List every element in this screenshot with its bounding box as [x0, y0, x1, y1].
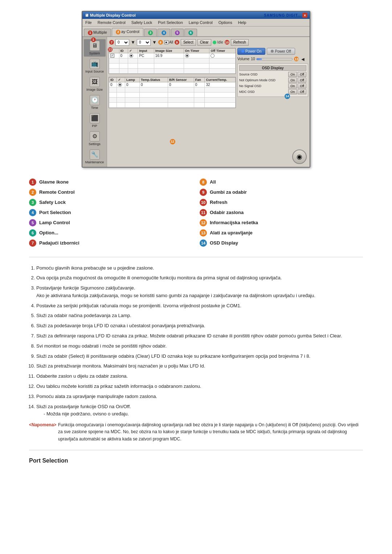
menu-options[interactable]: Options	[216, 20, 235, 25]
cell-off-timer	[209, 53, 236, 58]
legend-item-11: 11 Odabir zaslona	[200, 209, 363, 216]
idle-label: Idle	[217, 40, 223, 44]
instruction-7: Služi za definiranje raspona LFD ID ozna…	[36, 332, 363, 340]
osd-source-off[interactable]: Off	[298, 72, 306, 77]
all-label: All	[169, 40, 173, 44]
legend-badge-3: 3	[29, 199, 36, 206]
input-source-icon: 📺	[90, 59, 100, 69]
app-title: Multiple Display Control	[90, 13, 136, 17]
menu-remote-control[interactable]: Remote Control	[95, 20, 128, 25]
power-row: Power On Power Off	[237, 48, 308, 55]
power-on-dot	[241, 50, 244, 53]
instruction-2: Ova opcija pruža mogućnost da omogućite …	[36, 274, 363, 282]
tab-4[interactable]: 4	[158, 29, 170, 36]
legend-text-2: Remote Control	[39, 189, 75, 195]
sidebar-item-time[interactable]: 🕐 Time	[84, 94, 106, 111]
badge11: 11	[108, 47, 113, 52]
legend-badge-10: 10	[200, 199, 207, 206]
lower-table: ID ✓ Lamp Temp.Status B/R Sensor Fan Cur…	[109, 77, 236, 108]
cell-input: PC	[138, 53, 154, 58]
osd-mdc-on[interactable]: On	[288, 89, 297, 94]
tab-multiple[interactable]: 1Multiple	[84, 29, 111, 36]
cell-cb2[interactable]	[128, 53, 138, 58]
cell-cb1[interactable]: ✓	[109, 53, 119, 58]
legend-item-12: 12 Informacijska rešetka	[200, 219, 363, 226]
power-off-button[interactable]: Power Off	[267, 48, 295, 55]
osd-source-on[interactable]: On	[288, 72, 297, 77]
divider1	[29, 257, 363, 257]
sidebar-item-settings[interactable]: ⚙ Settings	[84, 130, 106, 147]
legend-item-14: 14 OSD Display	[200, 239, 363, 247]
osd-panel: OSD Display Source OSD On Off Not O	[237, 63, 308, 97]
clear-button[interactable]: Clear	[197, 39, 211, 46]
settings-icon: ⚙	[90, 131, 100, 141]
toolbar-select2[interactable]: 0	[137, 39, 151, 46]
osd-not-optimum-off[interactable]: Off	[298, 78, 306, 83]
osd-no-signal-on[interactable]: On	[288, 83, 297, 89]
sidebar-label-maintenance: Maintenance	[85, 160, 104, 164]
off-timer-icon	[211, 54, 215, 58]
legend-item-6: 6 Option...	[29, 229, 192, 237]
menu-file[interactable]: File	[82, 20, 95, 25]
toolbar: 7 0 ▼ 0 ▼ 8 ■ All 9 Select Clear Idle	[109, 38, 308, 46]
menu-lamp-control[interactable]: Lamp Control	[186, 20, 216, 25]
app-icon: 🖥	[85, 13, 89, 17]
all-checkbox[interactable]: ■ All	[164, 40, 173, 44]
toolbar-badge8: 8	[158, 40, 163, 45]
legend-text-6: Option...	[39, 230, 58, 235]
menu-help[interactable]: Help	[235, 20, 249, 25]
osd-mdc-off[interactable]: Off	[298, 89, 306, 94]
cell-image-size: 16:9	[154, 53, 184, 58]
lower-row-empty3	[109, 97, 236, 102]
instruction-5: Služi za odabir načina podešavanja za La…	[36, 312, 363, 320]
col-id: ID	[119, 48, 128, 53]
lower-cell-cb[interactable]	[117, 82, 125, 87]
volume-slider[interactable]	[256, 58, 293, 60]
toolbar-select1[interactable]: 0	[115, 39, 129, 46]
instruction-14: Služi za postavljanje funkcije OSD na On…	[36, 403, 363, 418]
bottom-controls: ◉	[109, 148, 308, 165]
toolbar-badge7: 7	[109, 40, 114, 45]
lower-table-container: ID ✓ Lamp Temp.Status B/R Sensor Fan Cur…	[109, 77, 236, 108]
lower-table-row: 0 0 0 0 0 32	[109, 82, 236, 87]
legend-badge-4: 4	[29, 209, 36, 216]
sidebar-item-image-size[interactable]: 🖼 Image Size	[84, 75, 106, 93]
legend-col1: 1 Glavne ikone 2 Remote Control 3 Safety…	[29, 178, 192, 250]
sidebar-item-pip[interactable]: ⬛ PIP	[84, 112, 106, 129]
tab-6[interactable]: 6	[184, 29, 197, 36]
legend-badge-9: 9	[200, 189, 207, 196]
power-on-label: Power On	[245, 49, 261, 53]
instruction-12: Ovu tablicu možete koristiti za prikaz s…	[36, 383, 363, 390]
osd-not-optimum-on[interactable]: On	[288, 78, 297, 83]
tab-5[interactable]: 5	[171, 29, 184, 36]
osd-mdc-label: MDC OSD	[239, 90, 255, 94]
legend-item-3: 3 Safety Lock	[29, 199, 192, 206]
osd-no-signal-off[interactable]: Off	[298, 83, 306, 89]
legend-text-1: Glavne ikone	[39, 179, 69, 185]
col-temp-status: Temp.Status	[140, 77, 168, 82]
legend-text-10: Refresh	[210, 200, 227, 205]
sidebar-item-input-source[interactable]: 📺 Input Source	[84, 57, 106, 75]
circle-button[interactable]: ◉	[292, 149, 307, 164]
sidebar-item-maintenance[interactable]: 🔧 Maintenance	[84, 148, 106, 165]
refresh-button[interactable]: Refresh	[231, 39, 249, 46]
sidebar: 1 🖥 System 📺 Input Source 🖼 Image Size 🕐…	[82, 37, 107, 167]
menu-port-selection[interactable]: Port Selection	[155, 20, 185, 25]
select-button[interactable]: Select	[181, 39, 196, 46]
osd-not-optimum-label: Not Optimum Mode OSD	[239, 78, 275, 82]
col-on-timer: On Timer	[184, 48, 209, 53]
power-on-button[interactable]: Power On	[237, 48, 265, 55]
tab-3[interactable]: 3	[144, 29, 157, 36]
legend-badge-7: 7	[29, 239, 36, 247]
lower-cell-temp: 0	[140, 82, 168, 87]
lower-cell-fan: 0	[194, 82, 205, 87]
maintenance-icon: 🔧	[90, 149, 100, 160]
legend-badge-12: 12	[200, 219, 207, 226]
menu-safety-lock[interactable]: Safety Lock	[128, 20, 155, 25]
tab-remote-control[interactable]: 2ay Control	[112, 28, 143, 36]
col-lamp: Lamp	[125, 77, 139, 82]
image-size-icon: 🖼	[90, 77, 100, 87]
table-row: ✓ 0 PC 16:9	[109, 53, 236, 58]
table-row-empty	[109, 58, 236, 63]
close-button[interactable]: ×	[302, 13, 307, 18]
